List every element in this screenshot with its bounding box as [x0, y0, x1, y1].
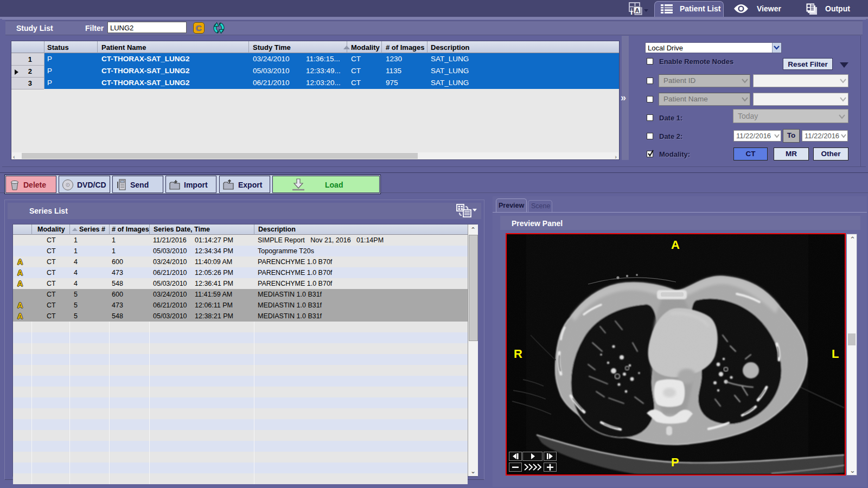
svg-text:i: i	[630, 7, 633, 16]
svg-text:A: A	[635, 7, 640, 14]
